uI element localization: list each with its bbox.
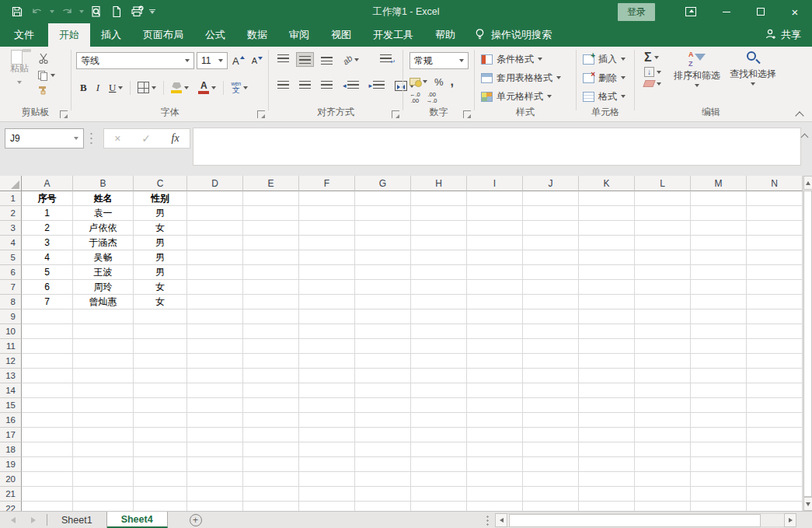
col-header-C[interactable]: C: [134, 176, 187, 191]
insert-cells-button[interactable]: 插入: [577, 50, 634, 68]
cell-C8[interactable]: 女: [134, 295, 187, 309]
cell-E2[interactable]: [243, 206, 299, 221]
cell-K6[interactable]: [579, 265, 635, 280]
cell-styles-button[interactable]: 单元格样式: [475, 87, 576, 106]
cell-B4[interactable]: 于涵杰: [73, 236, 134, 250]
cell-A11[interactable]: [22, 339, 73, 354]
increase-decimal-button[interactable]: ←.0 .00: [409, 92, 420, 105]
cell-B12[interactable]: [73, 354, 134, 369]
cell-I10[interactable]: [467, 324, 523, 339]
collapse-formula-bar-icon[interactable]: [801, 133, 809, 138]
cell-H4[interactable]: [411, 236, 467, 250]
cell-B3[interactable]: 卢依依: [73, 221, 134, 236]
cell-A15[interactable]: [22, 398, 73, 413]
cell-M19[interactable]: [691, 457, 747, 472]
format-cells-button[interactable]: 格式: [577, 87, 634, 106]
format-painter-icon[interactable]: [37, 85, 55, 97]
row-header-13[interactable]: 13: [0, 369, 22, 383]
cell-F7[interactable]: [299, 280, 355, 295]
cell-A3[interactable]: 2: [22, 221, 73, 236]
cell-E12[interactable]: [243, 354, 299, 369]
cell-B22[interactable]: [73, 502, 134, 511]
cell-B6[interactable]: 王波: [73, 265, 134, 280]
tab-home[interactable]: 开始: [48, 23, 90, 47]
print-preview-icon[interactable]: [89, 4, 104, 19]
cell-J5[interactable]: [523, 250, 579, 265]
cell-L7[interactable]: [635, 280, 691, 295]
cell-G16[interactable]: [355, 413, 411, 428]
cell-L2[interactable]: [635, 206, 691, 221]
row-header-15[interactable]: 15: [0, 398, 22, 413]
cell-M14[interactable]: [691, 383, 747, 398]
tab-data[interactable]: 数据: [236, 23, 278, 47]
row-header-22[interactable]: 22: [0, 502, 22, 511]
quick-print-icon[interactable]: [129, 4, 145, 19]
sort-filter-button[interactable]: AZ 排序和筛选: [671, 51, 723, 87]
col-header-H[interactable]: H: [411, 176, 467, 191]
cell-D20[interactable]: [187, 472, 243, 487]
cell-J1[interactable]: [523, 191, 579, 206]
cell-M5[interactable]: [691, 250, 747, 265]
cell-A18[interactable]: [22, 442, 73, 457]
cell-H8[interactable]: [411, 295, 467, 309]
cell-L5[interactable]: [635, 250, 691, 265]
cell-I12[interactable]: [467, 354, 523, 369]
tabbar-resize-handle[interactable]: [486, 515, 489, 526]
cell-G7[interactable]: [355, 280, 411, 295]
cell-G13[interactable]: [355, 369, 411, 383]
close-button[interactable]: ×: [778, 0, 812, 23]
col-header-G[interactable]: G: [355, 176, 411, 191]
cell-I17[interactable]: [467, 428, 523, 442]
cell-N2[interactable]: [747, 206, 803, 221]
cell-F17[interactable]: [299, 428, 355, 442]
font-name-select[interactable]: 等线: [76, 52, 194, 69]
delete-cells-button[interactable]: 删除: [577, 68, 634, 87]
wrap-text-button[interactable]: ↵: [378, 53, 394, 66]
cell-C10[interactable]: [134, 324, 187, 339]
cell-D9[interactable]: [187, 309, 243, 324]
cell-J19[interactable]: [523, 457, 579, 472]
vertical-scrollbar-thumb[interactable]: [803, 191, 812, 497]
cell-I14[interactable]: [467, 383, 523, 398]
cell-F3[interactable]: [299, 221, 355, 236]
cell-L18[interactable]: [635, 442, 691, 457]
phonetic-guide-button[interactable]: wén文: [228, 79, 250, 96]
cell-M6[interactable]: [691, 265, 747, 280]
row-header-5[interactable]: 5: [0, 250, 22, 265]
cell-D16[interactable]: [187, 413, 243, 428]
cell-C7[interactable]: 女: [134, 280, 187, 295]
cell-B7[interactable]: 周玲: [73, 280, 134, 295]
cell-A22[interactable]: [22, 502, 73, 511]
cell-G6[interactable]: [355, 265, 411, 280]
cell-G10[interactable]: [355, 324, 411, 339]
cell-L3[interactable]: [635, 221, 691, 236]
row-header-16[interactable]: 16: [0, 413, 22, 428]
ribbon-display-options-icon[interactable]: [675, 0, 709, 23]
cell-L9[interactable]: [635, 309, 691, 324]
cell-E11[interactable]: [243, 339, 299, 354]
comma-style-button[interactable]: ,: [451, 75, 454, 89]
cell-B8[interactable]: 曾灿惠: [73, 295, 134, 309]
col-header-J[interactable]: J: [523, 176, 579, 191]
cell-K20[interactable]: [579, 472, 635, 487]
redo-dropdown-icon[interactable]: [79, 10, 84, 13]
cell-E13[interactable]: [243, 369, 299, 383]
tab-insert[interactable]: 插入: [90, 23, 132, 47]
cell-B9[interactable]: [73, 309, 134, 324]
cell-H14[interactable]: [411, 383, 467, 398]
row-header-17[interactable]: 17: [0, 428, 22, 442]
cell-A9[interactable]: [22, 309, 73, 324]
cell-A13[interactable]: [22, 369, 73, 383]
cell-E20[interactable]: [243, 472, 299, 487]
login-button[interactable]: 登录: [618, 3, 655, 21]
cell-N11[interactable]: [747, 339, 803, 354]
fill-button[interactable]: ↓: [644, 67, 661, 77]
cell-A21[interactable]: [22, 487, 73, 502]
cell-N3[interactable]: [747, 221, 803, 236]
alignment-dialog-launcher-icon[interactable]: [392, 110, 399, 118]
cell-G4[interactable]: [355, 236, 411, 250]
collapse-ribbon-icon[interactable]: [796, 112, 804, 117]
cell-B1[interactable]: 姓名: [73, 191, 134, 206]
cell-J11[interactable]: [523, 339, 579, 354]
cell-C18[interactable]: [134, 442, 187, 457]
